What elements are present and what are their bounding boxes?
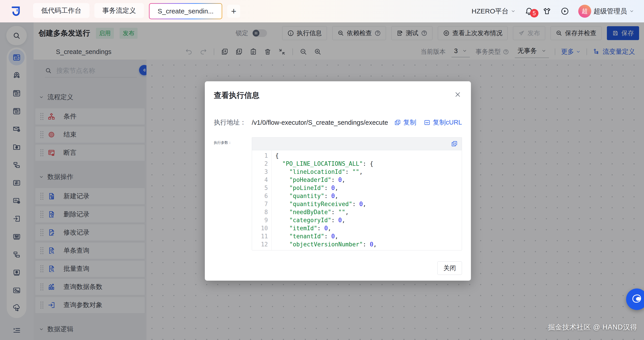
chat-widget-icon: [630, 293, 643, 306]
tab-2[interactable]: 事务流定义: [94, 3, 144, 18]
add-tab-button[interactable]: +: [227, 5, 240, 18]
modal-close-button[interactable]: 关闭: [438, 261, 462, 275]
line-numbers: 123456789101112: [252, 150, 272, 250]
exec-params-label: 执行参数：: [214, 137, 252, 145]
tab-label: S_create_sendin...: [158, 8, 214, 15]
code-lines: { "PO_LINE_LOCATIONS_ALL": { "lineLocati…: [272, 150, 377, 250]
copy-curl-button[interactable]: 复制cURL: [424, 118, 462, 127]
tab-3[interactable]: S_create_sendin...: [149, 3, 222, 19]
copy-links: 复制 复制cURL: [394, 118, 462, 127]
top-navbar: 低代码工作台事务流定义S_create_sendin... + HZERO平台 …: [0, 0, 644, 22]
tab-label: 低代码工作台: [41, 6, 82, 15]
copy-icon: [394, 119, 401, 126]
chevron-down-icon: [629, 9, 634, 14]
theme-tshirt-icon[interactable]: [542, 7, 552, 16]
help-play-icon[interactable]: [560, 7, 569, 16]
tab-label: 事务流定义: [102, 6, 136, 15]
add-tab-label: +: [231, 6, 236, 16]
modal-title: 查看执行信息: [214, 90, 462, 101]
platform-switcher[interactable]: HZERO平台: [472, 7, 516, 16]
exec-url-row: 执行地址： /v1/0/flow-executor/S_create_sendi…: [214, 118, 462, 127]
json-code-area[interactable]: 123456789101112 { "PO_LINE_LOCATIONS_ALL…: [252, 150, 462, 250]
username: 超级管理员: [594, 7, 627, 16]
exec-url-label: 执行地址：: [214, 118, 252, 127]
chevron-down-icon: [511, 9, 516, 14]
platform-label: HZERO平台: [472, 7, 508, 16]
copy-code-icon[interactable]: [451, 140, 458, 147]
json-editor: 123456789101112 { "PO_LINE_LOCATIONS_ALL…: [252, 137, 462, 250]
hzero-logo-icon: [10, 5, 22, 18]
exec-url-value: /v1/0/flow-executor/S_create_sendings/ex…: [252, 119, 388, 126]
avatar: 超: [578, 5, 591, 18]
curl-icon: [424, 119, 430, 126]
tab-1[interactable]: 低代码工作台: [33, 3, 90, 18]
tab-bar: 低代码工作台事务流定义S_create_sendin...: [33, 3, 227, 19]
navbar-right: HZERO平台 5 超 超级管理员: [472, 5, 634, 18]
avatar-text: 超: [582, 7, 588, 15]
notifications-button[interactable]: 5: [524, 7, 534, 16]
exec-info-modal: 查看执行信息 执行地址： /v1/0/flow-executor/S_creat…: [205, 81, 471, 281]
exec-params-row: 执行参数： 123456789101112 { "PO_LINE_LOCATIO…: [214, 137, 462, 250]
json-editor-toolbar: [252, 137, 462, 150]
app-root: 低代码工作台事务流定义S_create_sendin... + HZERO平台 …: [0, 0, 644, 340]
notification-badge: 5: [530, 9, 538, 18]
user-menu[interactable]: 超 超级管理员: [578, 5, 634, 18]
copy-button[interactable]: 复制: [394, 118, 416, 127]
copy-label: 复制: [403, 118, 416, 127]
copy-curl-label: 复制cURL: [433, 118, 462, 127]
close-icon[interactable]: [454, 91, 462, 98]
modal-footer: 关闭: [438, 261, 462, 275]
watermark: 掘金技术社区 @ HAND汉得: [548, 322, 637, 332]
